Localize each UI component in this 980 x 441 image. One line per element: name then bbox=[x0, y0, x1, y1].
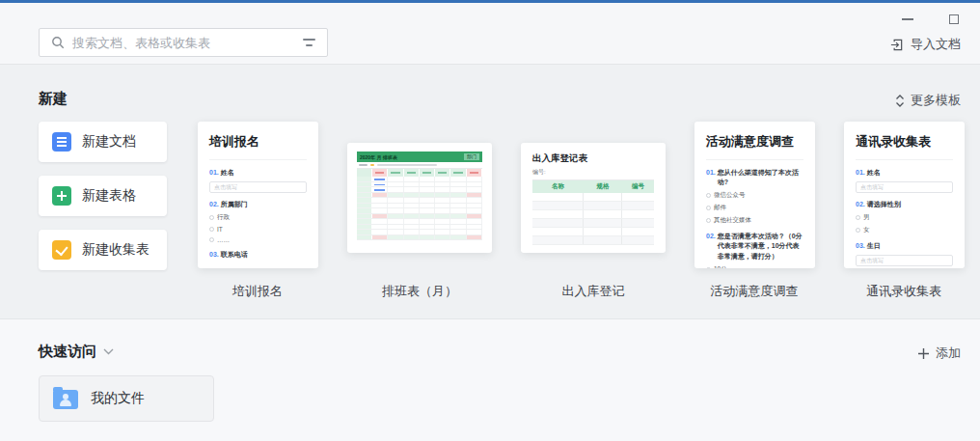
template-card-training[interactable]: 培训报名 01. 姓名 点击填写 02. 所属部门 行政 IT …… 03. bbox=[198, 122, 318, 268]
add-quick-access-button[interactable]: 添加 bbox=[917, 345, 961, 362]
radio-label: 10分 bbox=[714, 265, 727, 268]
field-number: 01. bbox=[706, 168, 716, 187]
template-card-survey[interactable]: 活动满意度调查 01. 您从什么渠道得知了本次活动? 微信公众号 邮件 其他社交… bbox=[694, 122, 815, 268]
radio-icon bbox=[706, 218, 711, 223]
quick-access-toggle[interactable]: 快速访问 bbox=[39, 343, 114, 361]
template-caption-schedule[interactable]: 排班表（月） bbox=[382, 283, 457, 300]
form-check-icon bbox=[52, 240, 71, 260]
radio-icon bbox=[706, 267, 711, 268]
radio-icon bbox=[706, 193, 711, 198]
field-input-preview: 点击填写 bbox=[856, 181, 953, 193]
sheet-toolbar-row bbox=[357, 162, 482, 169]
titlebar: 导入文档 bbox=[0, 3, 980, 65]
field-placeholder: 点击填写 bbox=[860, 257, 884, 265]
radio-icon bbox=[209, 215, 214, 220]
radio-option: 女 bbox=[856, 226, 953, 234]
template-title: 活动满意度调查 bbox=[706, 133, 803, 160]
radio-label: 邮件 bbox=[714, 204, 726, 212]
quick-access-item-my-files[interactable]: 我的文件 bbox=[39, 375, 214, 422]
radio-option: 男 bbox=[856, 213, 953, 222]
quick-access-section: 快速访问 添加 我的文件 bbox=[0, 318, 980, 441]
quick-access-title: 快速访问 bbox=[39, 343, 96, 361]
field-label: 03. 生日 bbox=[856, 241, 953, 251]
template-card-schedule[interactable]: 2020年 月 排班表 部门 bbox=[347, 143, 492, 253]
import-doc-label: 导入文档 bbox=[911, 36, 961, 53]
table-row bbox=[532, 193, 654, 202]
template-title: 出入库登记表 bbox=[532, 152, 654, 165]
add-label: 添加 bbox=[936, 345, 961, 362]
radio-label: 男 bbox=[863, 213, 870, 222]
more-templates-button[interactable]: 更多模板 bbox=[895, 92, 961, 109]
field-text: 联系电话 bbox=[221, 250, 248, 260]
radio-icon bbox=[209, 227, 214, 232]
field-placeholder: 点击填写 bbox=[214, 183, 237, 192]
new-sheet-button[interactable]: 新建表格 bbox=[39, 176, 167, 216]
doc-icon bbox=[52, 132, 71, 152]
template-caption-warehouse[interactable]: 出入库登记 bbox=[562, 283, 625, 300]
template-caption-survey[interactable]: 活动满意度调查 bbox=[711, 283, 799, 300]
sheet-day-header-row bbox=[357, 169, 482, 177]
minimize-button[interactable] bbox=[899, 11, 916, 28]
new-doc-button[interactable]: 新建文档 bbox=[39, 122, 167, 162]
search-input[interactable] bbox=[72, 36, 302, 50]
sheet-plus-icon bbox=[52, 186, 71, 206]
chevron-down-icon bbox=[103, 348, 114, 355]
table-preview: 名称 规格 编号 bbox=[532, 179, 654, 245]
new-doc-label: 新建文档 bbox=[82, 133, 136, 151]
field-label: 01. 姓名 bbox=[209, 168, 307, 178]
new-form-button[interactable]: 新建收集表 bbox=[39, 230, 167, 270]
import-doc-icon bbox=[889, 38, 904, 52]
filter-icon[interactable] bbox=[302, 39, 315, 46]
field-text: 姓名 bbox=[221, 168, 234, 178]
field-label: 02. 所属部门 bbox=[209, 200, 307, 209]
search-box[interactable] bbox=[39, 28, 328, 57]
person-glyph bbox=[63, 394, 68, 400]
table-row bbox=[532, 202, 654, 210]
field-text: 请选择性别 bbox=[867, 200, 901, 209]
minimize-icon bbox=[902, 18, 913, 20]
radio-label: 其他社交媒体 bbox=[714, 216, 751, 225]
radio-label: IT bbox=[217, 226, 223, 233]
import-doc-button[interactable]: 导入文档 bbox=[889, 36, 961, 53]
template-title: 通讯录收集表 bbox=[856, 133, 953, 160]
search-icon bbox=[51, 36, 65, 49]
template-card-warehouse[interactable]: 出入库登记表 编号: 名称 规格 编号 bbox=[521, 143, 666, 253]
radio-icon bbox=[856, 228, 860, 233]
field-number: 01. bbox=[209, 168, 219, 178]
new-sheet-label: 新建表格 bbox=[82, 187, 136, 205]
unfold-icon bbox=[895, 95, 905, 107]
field-text: 所属部门 bbox=[221, 200, 248, 209]
sheet-title-bar: 2020年 月 排班表 部门 bbox=[357, 152, 482, 162]
field-label: 02. 请选择性别 bbox=[856, 200, 953, 209]
code-label: 编号: bbox=[532, 168, 654, 177]
sheet-corner-label: 部门 bbox=[464, 153, 479, 160]
radio-option: 微信公众号 bbox=[706, 191, 803, 200]
field-number: 02. bbox=[209, 200, 219, 209]
radio-option: IT bbox=[209, 226, 307, 233]
sheet-thumbnail: 2020年 月 排班表 部门 bbox=[357, 152, 482, 244]
new-section-title: 新建 bbox=[39, 90, 68, 108]
template-caption-contacts[interactable]: 通讯录收集表 bbox=[866, 283, 941, 300]
window-controls bbox=[899, 11, 963, 28]
more-templates-label: 更多模板 bbox=[911, 92, 961, 109]
template-caption-training[interactable]: 培训报名 bbox=[232, 283, 283, 300]
sheet-title: 2020年 月 排班表 bbox=[360, 154, 397, 160]
radio-label: 行政 bbox=[217, 213, 230, 222]
maximize-icon bbox=[949, 14, 959, 24]
template-card-contacts[interactable]: 通讯录收集表 01. 姓名 点击填写 02. 请选择性别 男 女 03. bbox=[844, 122, 965, 268]
field-label: 01. 姓名 bbox=[856, 168, 953, 178]
field-number: 02. bbox=[856, 200, 865, 209]
column-header: 名称 bbox=[532, 182, 584, 191]
radio-icon bbox=[856, 215, 860, 220]
radio-option: …… bbox=[209, 236, 307, 243]
sheet-subtotal-row bbox=[357, 235, 482, 241]
field-label: 03. 联系电话 bbox=[209, 250, 307, 260]
field-text: 姓名 bbox=[867, 168, 881, 178]
field-number: 03. bbox=[856, 241, 865, 251]
column-header: 规格 bbox=[584, 182, 622, 191]
template-title: 培训报名 bbox=[209, 133, 307, 160]
radio-icon bbox=[209, 237, 214, 242]
table-header-row: 名称 规格 编号 bbox=[532, 180, 654, 193]
field-text: 您从什么渠道得知了本次活动? bbox=[718, 168, 803, 187]
maximize-button[interactable] bbox=[945, 11, 963, 28]
